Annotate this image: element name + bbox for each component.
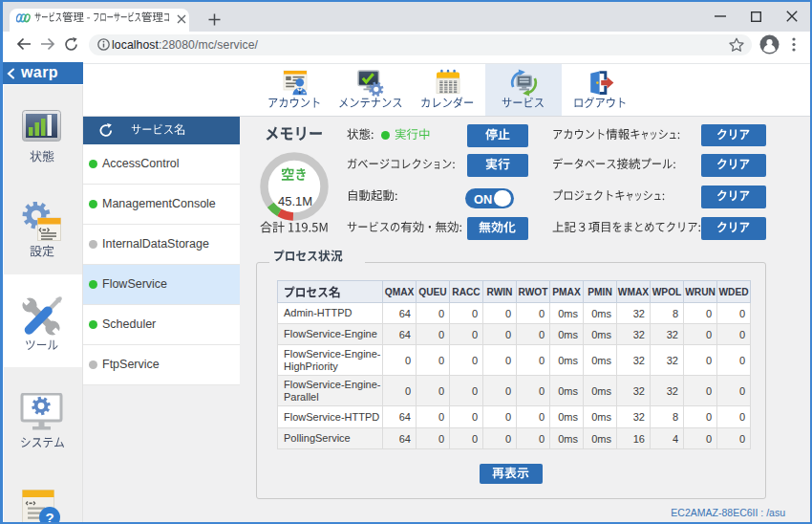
svg-text:?: ? bbox=[45, 510, 53, 522]
